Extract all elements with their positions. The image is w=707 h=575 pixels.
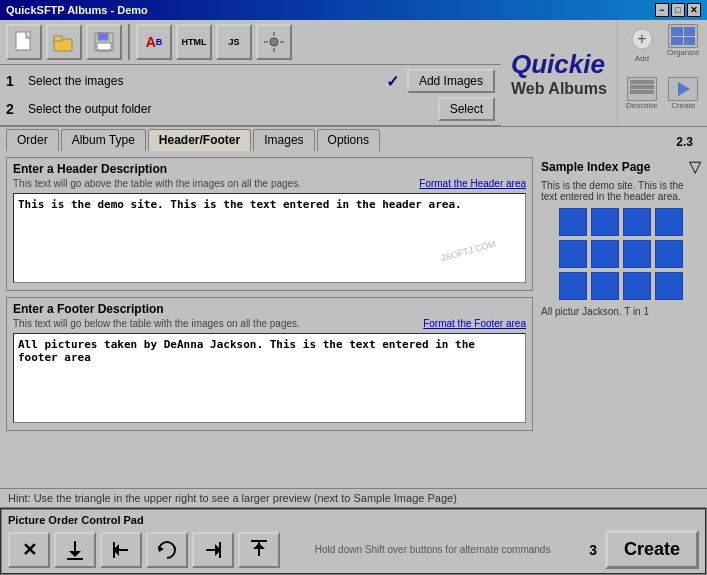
svg-marker-26 [253, 543, 265, 549]
ctrl-hint-label: Hold down Shift over buttons for alterna… [284, 544, 581, 555]
ctrl-x-button[interactable]: ✕ [8, 532, 50, 568]
logo-title: Quickie [511, 49, 605, 80]
thumbnail-grid [559, 208, 683, 300]
html-button[interactable]: HTML [176, 24, 212, 60]
footer-section-title: Enter a Footer Description [13, 302, 526, 316]
thumb-12 [655, 272, 683, 300]
thumb-3 [623, 208, 651, 236]
tab-header-footer[interactable]: Header/Footer [148, 129, 251, 151]
bottom-bar-title: Picture Order Control Pad [8, 514, 699, 526]
left-panel: Enter a Header Description This text wil… [6, 157, 533, 482]
step1-row: 1 Select the images ✓ Add Images [6, 69, 495, 93]
svg-point-6 [270, 38, 278, 46]
ctrl-rotate-button[interactable] [146, 532, 188, 568]
preview-expand-arrow[interactable]: ▽ [689, 157, 701, 176]
minimize-button[interactable]: − [655, 3, 669, 17]
js-button[interactable]: JS [216, 24, 252, 60]
thumb-11 [623, 272, 651, 300]
ctrl-up-button[interactable] [238, 532, 280, 568]
steps-area: 1 Select the images ✓ Add Images 2 Selec… [0, 65, 501, 126]
select-folder-button[interactable]: Select [438, 97, 495, 121]
font-button[interactable]: AB [136, 24, 172, 60]
open-button[interactable] [46, 24, 82, 60]
logo-area: Quickie Web Albums [501, 20, 617, 126]
preview-header: Sample Index Page ▽ [541, 157, 701, 176]
bottom-controls: ✕ Hold down Shift over buttons for alter… [8, 530, 699, 569]
right-panel: Sample Index Page ▽ This is the demo sit… [541, 157, 701, 482]
toolbar: AB HTML JS [0, 20, 501, 65]
header-section-title: Enter a Header Description [13, 162, 526, 176]
ctrl-next-button[interactable] [192, 532, 234, 568]
thumb-4 [655, 208, 683, 236]
svg-marker-21 [158, 546, 164, 552]
svg-rect-5 [97, 43, 111, 50]
svg-rect-0 [16, 32, 30, 50]
thumb-1 [559, 208, 587, 236]
create-number: 3 [585, 542, 601, 558]
thumb-6 [591, 240, 619, 268]
thumb-7 [623, 240, 651, 268]
footer-textarea[interactable] [13, 333, 526, 423]
hint-bar: Hint: Use the triangle in the upper righ… [0, 488, 707, 508]
format-header-link[interactable]: Format the Header area [419, 178, 526, 189]
maximize-button[interactable]: □ [671, 3, 685, 17]
svg-rect-8 [273, 48, 275, 52]
add-images-button[interactable]: Add Images [407, 69, 495, 93]
tab-options[interactable]: Options [317, 129, 380, 151]
logo-subtitle: Web Albums [511, 80, 607, 98]
preview-footer-text: All pictur Jackson. T in 1 [541, 306, 701, 317]
thumb-9 [559, 272, 587, 300]
preview-title: Sample Index Page [541, 160, 650, 174]
ctrl-prev-button[interactable] [100, 532, 142, 568]
step2-row: 2 Select the output folder Select [6, 97, 495, 121]
svg-rect-9 [264, 41, 268, 43]
thumb-8 [655, 240, 683, 268]
ctrl-down-button[interactable] [54, 532, 96, 568]
close-button[interactable]: ✕ [687, 3, 701, 17]
tab-order[interactable]: Order [6, 129, 59, 151]
save-button[interactable] [86, 24, 122, 60]
tabs-bar: Order Album Type Header/Footer Images Op… [0, 127, 707, 151]
header-description-section: Enter a Header Description This text wil… [6, 157, 533, 291]
title-bar: QuickSFTP Albums - Demo − □ ✕ [0, 0, 707, 20]
header-section-desc: This text will go above the table with t… [13, 178, 526, 189]
svg-rect-7 [273, 32, 275, 36]
window-controls: − □ ✕ [655, 3, 701, 17]
settings-button[interactable] [256, 24, 292, 60]
new-button[interactable] [6, 24, 42, 60]
header-textarea[interactable] [13, 193, 526, 283]
version-label: 2.3 [668, 133, 701, 151]
footer-section-desc: This text will go below the table with t… [13, 318, 526, 329]
tab-images[interactable]: Images [253, 129, 314, 151]
side-nav-describe[interactable]: Describe [622, 77, 662, 122]
thumb-5 [559, 240, 587, 268]
svg-rect-4 [98, 33, 108, 40]
svg-marker-16 [69, 551, 81, 557]
side-nav-organize[interactable]: Organize [664, 24, 704, 75]
main-content: Enter a Header Description This text wil… [0, 151, 707, 488]
create-button[interactable]: Create [605, 530, 699, 569]
footer-description-section: Enter a Footer Description This text wil… [6, 297, 533, 431]
format-footer-link[interactable]: Format the Footer area [423, 318, 526, 329]
side-nav-add[interactable]: + Add [622, 24, 662, 75]
thumb-10 [591, 272, 619, 300]
thumb-2 [591, 208, 619, 236]
side-nav-create[interactable]: Create [664, 77, 704, 122]
svg-marker-13 [678, 82, 690, 96]
tab-album-type[interactable]: Album Type [61, 129, 146, 151]
window-title: QuickSFTP Albums - Demo [6, 4, 148, 16]
preview-header-text: This is the demo site. This is the text … [541, 180, 701, 202]
svg-rect-10 [280, 41, 284, 43]
svg-rect-2 [54, 36, 62, 41]
svg-text:+: + [637, 30, 646, 47]
bottom-bar: Picture Order Control Pad ✕ Hold down Sh… [0, 508, 707, 575]
